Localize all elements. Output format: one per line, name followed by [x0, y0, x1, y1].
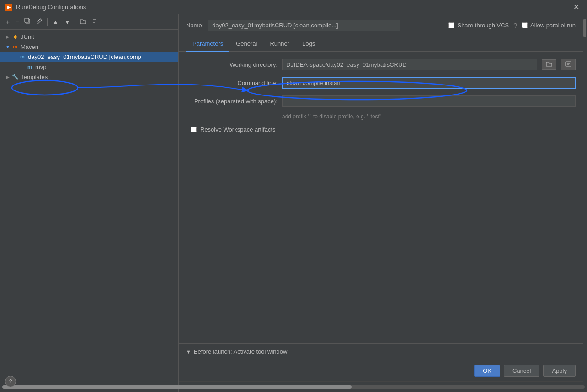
- profiles-input[interactable]: [282, 95, 576, 107]
- resolve-workspace-row: Resolve Workspace artifacts: [186, 126, 576, 133]
- ok-button[interactable]: OK: [474, 365, 500, 377]
- folder-button[interactable]: [78, 17, 88, 26]
- expand-icon-templates: ▶: [4, 73, 11, 80]
- tree-label-maven-config: day02_easy_01mybatisCRUD [clean,comp: [28, 53, 141, 60]
- expand-icon-junit: ▶: [4, 33, 11, 40]
- add-button[interactable]: +: [4, 17, 11, 26]
- name-row: Name: Share through VCS ? Allow parallel…: [179, 14, 583, 37]
- tabs-bar: Parameters General Runner Logs: [179, 37, 583, 52]
- command-line-label: Command line:: [186, 79, 277, 86]
- run-debug-dialog: ▶ Run/Debug Configurations ✕ + −: [0, 0, 587, 392]
- expand-icon-none: [11, 53, 19, 60]
- up-button[interactable]: ▲: [50, 17, 60, 26]
- vscroll-thumb: [583, 19, 586, 37]
- edit-button[interactable]: [34, 17, 44, 26]
- left-toolbar: + − ▲ ▼: [0, 14, 178, 30]
- left-horizontal-scrollbar[interactable]: [2, 385, 585, 389]
- vertical-scrollbar[interactable]: [583, 14, 587, 392]
- allow-parallel-label: Allow parallel run: [522, 22, 576, 29]
- toolbar-separator: [47, 18, 48, 26]
- sort-button[interactable]: [90, 17, 99, 26]
- resolve-workspace-label: Resolve Workspace artifacts: [200, 126, 276, 133]
- cancel-button[interactable]: Cancel: [504, 365, 539, 377]
- right-panel: Name: Share through VCS ? Allow parallel…: [179, 14, 583, 392]
- allow-parallel-checkbox[interactable]: [522, 22, 528, 28]
- share-vcs-label: Share through VCS: [448, 22, 509, 29]
- copy-button[interactable]: [22, 17, 32, 26]
- profiles-hint: add prefix '-' to disable profile, e.g. …: [186, 113, 576, 120]
- tree-item-mvp[interactable]: m mvp: [0, 62, 178, 72]
- toolbar-separator-2: [75, 18, 75, 26]
- working-directory-label: Working directory:: [186, 61, 277, 68]
- tree-item-templates[interactable]: ▶ 🔧 Templates: [0, 72, 178, 82]
- down-button[interactable]: ▼: [62, 17, 72, 26]
- tree-label-junit: JUnit: [21, 33, 34, 40]
- svg-rect-5: [566, 62, 571, 66]
- tree-item-maven[interactable]: ▼ m Maven: [0, 42, 178, 52]
- command-line-row: Command line:: [186, 77, 576, 89]
- mvp-icon: m: [26, 63, 33, 70]
- before-launch-header[interactable]: ▼ Before launch: Activate tool window: [186, 348, 576, 355]
- help-button[interactable]: ?: [5, 376, 16, 387]
- svg-rect-1: [25, 18, 29, 22]
- junit-icon: ◆: [11, 33, 19, 40]
- share-vcs-checkbox[interactable]: [448, 22, 454, 28]
- tree-label-mvp: mvp: [35, 64, 47, 70]
- tree-item-junit[interactable]: ▶ ◆ JUnit: [0, 32, 178, 42]
- maven-icon: m: [11, 43, 19, 50]
- profiles-row: Profiles (separated with space):: [186, 95, 576, 107]
- name-input[interactable]: [208, 20, 400, 31]
- app-icon: ▶: [5, 4, 12, 11]
- scrollbar-thumb: [2, 385, 352, 389]
- expand-icon-maven: ▼: [4, 43, 11, 50]
- before-launch-section: ▼ Before launch: Activate tool window: [179, 343, 583, 360]
- before-launch-text: Before launch: Activate tool window: [194, 348, 288, 355]
- working-directory-input[interactable]: [282, 59, 537, 70]
- left-panel: + − ▲ ▼: [0, 14, 179, 392]
- remove-button[interactable]: −: [13, 17, 21, 26]
- profiles-label: Profiles (separated with space):: [186, 98, 277, 105]
- close-button[interactable]: ✕: [571, 2, 582, 12]
- tab-logs[interactable]: Logs: [296, 37, 321, 52]
- configuration-tree[interactable]: ▶ ◆ JUnit ▼ m Maven m day02_easy_01mybat…: [0, 30, 178, 389]
- name-label: Name:: [186, 22, 203, 29]
- dialog-title: Run/Debug Configurations: [16, 4, 86, 11]
- name-row-options: Share through VCS ? Allow parallel run: [448, 22, 576, 29]
- tab-parameters[interactable]: Parameters: [186, 37, 229, 52]
- bottom-bar: OK Cancel Apply: [179, 360, 583, 381]
- before-launch-chevron: ▼: [186, 349, 191, 355]
- maven-config-icon: m: [19, 53, 26, 60]
- form-spacer: [179, 140, 583, 343]
- share-vcs-help-icon[interactable]: ?: [513, 22, 517, 29]
- browse-button-2[interactable]: [561, 59, 576, 70]
- templates-wrench-icon: 🔧: [11, 73, 19, 80]
- tab-runner[interactable]: Runner: [263, 37, 296, 52]
- working-directory-row: Working directory:: [186, 59, 576, 70]
- expand-icon-mvp: [19, 63, 26, 70]
- browse-folder-button[interactable]: [542, 59, 556, 70]
- content-area: + − ▲ ▼: [0, 14, 587, 392]
- parameters-form: Working directory:: [179, 52, 583, 140]
- tab-general[interactable]: General: [229, 37, 263, 52]
- apply-button[interactable]: Apply: [543, 365, 576, 377]
- tree-item-maven-config[interactable]: m day02_easy_01mybatisCRUD [clean,comp: [0, 52, 178, 62]
- tree-label-maven: Maven: [21, 43, 38, 50]
- resolve-workspace-checkbox[interactable]: [191, 127, 197, 132]
- tree-label-templates: Templates: [21, 74, 48, 80]
- title-bar: ▶ Run/Debug Configurations ✕: [0, 0, 587, 14]
- command-line-input[interactable]: [282, 77, 576, 89]
